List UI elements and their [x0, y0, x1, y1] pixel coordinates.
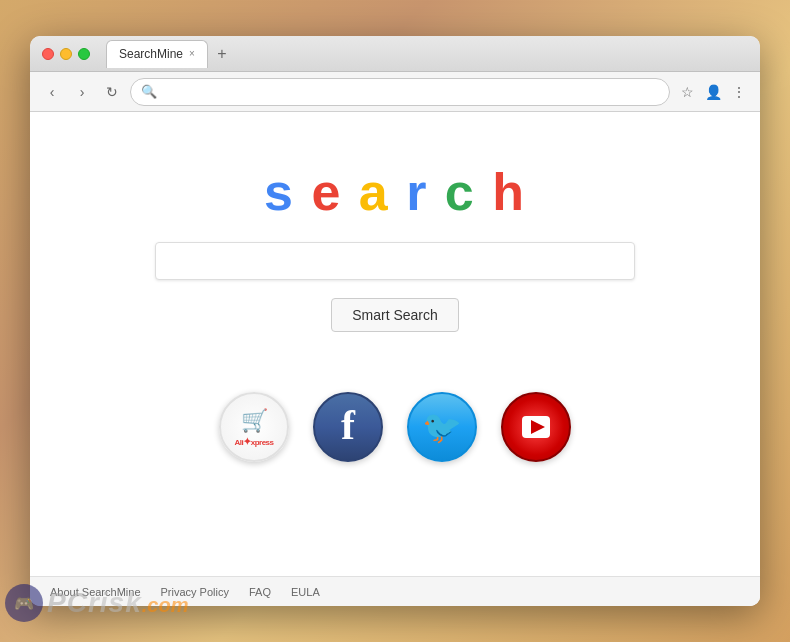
footer-link-eula[interactable]: EULA [291, 586, 320, 598]
menu-icon[interactable]: ⋮ [728, 81, 750, 103]
page-footer: About SearchMine Privacy Policy FAQ EULA [30, 576, 760, 606]
page-content: s e a r c h Smart Search 🛒 Ali✦xpress f … [30, 112, 760, 606]
minimize-button[interactable] [60, 48, 72, 60]
logo-e: e [311, 163, 342, 221]
shortcut-twitter[interactable]: 🐦 [407, 392, 477, 462]
search-input[interactable] [155, 242, 635, 280]
logo-h: h [492, 163, 526, 221]
new-tab-button[interactable]: + [212, 44, 232, 64]
shortcuts-row: 🛒 Ali✦xpress f 🐦 [219, 392, 571, 462]
footer-link-about[interactable]: About SearchMine [50, 586, 141, 598]
address-bar[interactable]: 🔍 [130, 78, 670, 106]
tab-title: SearchMine [119, 47, 183, 61]
aliexpress-cart-icon: 🛒 [241, 408, 268, 434]
search-icon: 🔍 [141, 84, 157, 99]
back-button[interactable]: ‹ [40, 80, 64, 104]
forward-button[interactable]: › [70, 80, 94, 104]
logo-r: r [406, 163, 428, 221]
nav-bar: ‹ › ↻ 🔍 ☆ 👤 ⋮ [30, 72, 760, 112]
title-bar: SearchMine × + [30, 36, 760, 72]
refresh-button[interactable]: ↻ [100, 80, 124, 104]
logo-s: s [264, 163, 295, 221]
browser-window: SearchMine × + ‹ › ↻ 🔍 ☆ 👤 ⋮ s e a r c h [30, 36, 760, 606]
nav-icons-right: ☆ 👤 ⋮ [676, 81, 750, 103]
tab-close-icon[interactable]: × [189, 49, 195, 59]
logo-c: c [445, 163, 476, 221]
youtube-play-icon [522, 416, 550, 438]
facebook-icon: f [341, 404, 355, 446]
logo-a: a [359, 163, 390, 221]
traffic-lights [42, 48, 90, 60]
twitter-icon: 🐦 [422, 408, 462, 446]
active-tab[interactable]: SearchMine × [106, 40, 208, 68]
footer-link-privacy[interactable]: Privacy Policy [161, 586, 229, 598]
shortcut-youtube[interactable] [501, 392, 571, 462]
shortcut-aliexpress[interactable]: 🛒 Ali✦xpress [219, 392, 289, 462]
search-logo: s e a r c h [264, 162, 526, 222]
footer-link-faq[interactable]: FAQ [249, 586, 271, 598]
maximize-button[interactable] [78, 48, 90, 60]
aliexpress-label: Ali✦xpress [234, 436, 273, 447]
smart-search-button[interactable]: Smart Search [331, 298, 459, 332]
close-button[interactable] [42, 48, 54, 60]
address-input[interactable] [163, 84, 659, 99]
shortcut-facebook[interactable]: f [313, 392, 383, 462]
tab-area: SearchMine × + [106, 40, 748, 68]
bookmark-icon[interactable]: ☆ [676, 81, 698, 103]
youtube-triangle [531, 420, 545, 434]
profile-icon[interactable]: 👤 [702, 81, 724, 103]
